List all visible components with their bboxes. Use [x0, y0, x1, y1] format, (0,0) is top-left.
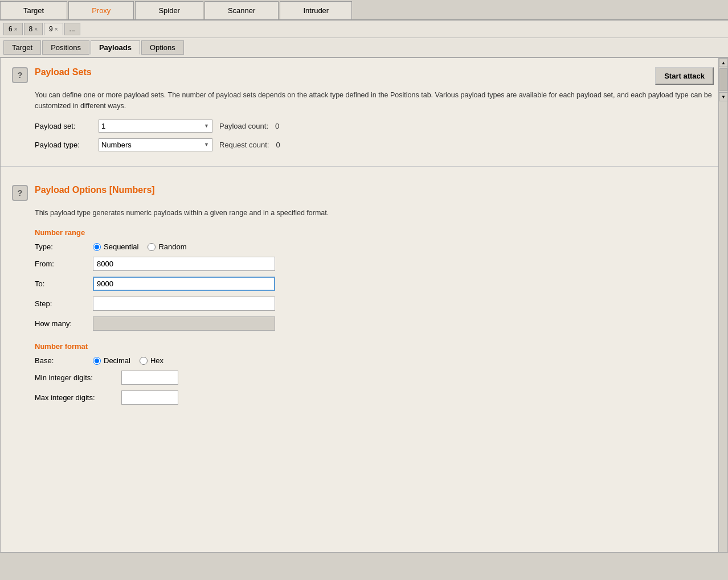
payload-count-value: 0: [275, 122, 279, 130]
min-integer-digits-row: Min integer digits:: [35, 371, 716, 385]
min-integer-digits-label: Min integer digits:: [35, 373, 114, 382]
how-many-label: How many:: [35, 319, 86, 328]
payload-options-section: ? Payload Options [Numbers] This payload…: [1, 176, 727, 420]
subtab-9-close[interactable]: ×: [55, 26, 58, 32]
tab-intruder[interactable]: Intruder: [280, 1, 352, 19]
payload-sets-section: Start attack ? Payload Sets You can defi…: [1, 58, 727, 166]
tab-scanner[interactable]: Scanner: [205, 1, 279, 19]
payload-sets-title: Payload Sets: [35, 67, 92, 77]
number-format-block: Number format Base: Decimal Hex Min: [35, 342, 716, 405]
payload-options-title: Payload Options [Numbers]: [35, 185, 155, 195]
payload-type-select-wrapper: Numbers Simple list Runtime file Custom …: [99, 138, 212, 151]
payload-set-row: Payload set: 1 2 Payload count: 0: [35, 120, 716, 133]
payload-set-label: Payload set:: [35, 122, 92, 130]
payload-options-header: ? Payload Options [Numbers]: [12, 185, 716, 201]
max-integer-digits-input[interactable]: [121, 390, 178, 405]
payload-set-select[interactable]: 1 2: [99, 120, 212, 133]
subtab-8-label: 8: [29, 25, 33, 33]
from-input[interactable]: [93, 257, 275, 271]
tab-proxy[interactable]: Proxy: [68, 1, 134, 19]
request-count-label: Request count:: [219, 141, 269, 149]
type-row: Type: Sequential Random: [35, 242, 716, 251]
main-content: ▲ ▼ Start attack ? Payload Sets You can …: [0, 57, 728, 553]
how-many-row: How many:: [35, 316, 716, 331]
hex-label: Hex: [150, 356, 163, 365]
inner-tab-positions[interactable]: Positions: [42, 40, 89, 55]
payload-type-row: Payload type: Numbers Simple list Runtim…: [35, 138, 716, 151]
min-integer-digits-input[interactable]: [121, 371, 178, 385]
payload-set-select-wrapper: 1 2: [99, 120, 212, 133]
decimal-radio-label[interactable]: Decimal: [93, 356, 130, 365]
number-range-block: Number range Type: Sequential Random: [35, 228, 716, 331]
subtab-8-close[interactable]: ×: [34, 26, 38, 32]
inner-tabs-bar: Target Positions Payloads Options: [0, 38, 728, 57]
random-radio[interactable]: [148, 243, 156, 251]
tab-target[interactable]: Target: [0, 1, 67, 19]
max-integer-digits-label: Max integer digits:: [35, 393, 114, 402]
sequential-radio[interactable]: [93, 243, 101, 251]
request-count-value: 0: [276, 141, 280, 149]
payload-options-help-button[interactable]: ?: [12, 185, 28, 201]
inner-tab-payloads[interactable]: Payloads: [91, 40, 140, 55]
subtab-9[interactable]: 9 ×: [44, 23, 63, 35]
base-radio-group: Decimal Hex: [93, 356, 163, 365]
to-row: To:: [35, 277, 716, 291]
decimal-label: Decimal: [104, 356, 130, 365]
random-radio-label[interactable]: Random: [148, 242, 186, 251]
inner-tab-target[interactable]: Target: [3, 40, 41, 55]
subtab-6[interactable]: 6 ×: [3, 23, 23, 35]
base-label: Base:: [35, 356, 86, 365]
to-input[interactable]: [93, 277, 275, 291]
number-range-title: Number range: [35, 228, 716, 237]
payload-type-select[interactable]: Numbers Simple list Runtime file Custom …: [99, 138, 212, 151]
top-tabs-bar: Target Proxy Spider Scanner Intruder: [0, 0, 728, 20]
payload-count-label: Payload count:: [219, 122, 268, 130]
type-label: Type:: [35, 242, 86, 251]
payload-options-description: This payload type generates numeric payl…: [35, 208, 716, 219]
how-many-input[interactable]: [93, 316, 275, 331]
inner-tab-options[interactable]: Options: [141, 40, 184, 55]
payload-sets-description: You can define one or more payload sets.…: [35, 90, 716, 112]
type-radio-group: Sequential Random: [93, 242, 187, 251]
step-input[interactable]: [93, 297, 275, 311]
start-attack-button[interactable]: Start attack: [655, 67, 714, 85]
max-integer-digits-row: Max integer digits:: [35, 390, 716, 405]
number-format-title: Number format: [35, 342, 716, 351]
decimal-radio[interactable]: [93, 357, 101, 365]
from-row: From:: [35, 257, 716, 271]
from-label: From:: [35, 260, 86, 268]
step-label: Step:: [35, 299, 86, 308]
subtab-8[interactable]: 8 ×: [24, 23, 43, 35]
payload-type-label: Payload type:: [35, 141, 92, 149]
to-label: To:: [35, 279, 86, 288]
subtab-6-close[interactable]: ×: [14, 26, 18, 32]
hex-radio[interactable]: [140, 357, 148, 365]
step-row: Step:: [35, 297, 716, 311]
random-label: Random: [158, 242, 186, 251]
hex-radio-label[interactable]: Hex: [140, 356, 163, 365]
base-row: Base: Decimal Hex: [35, 356, 716, 365]
payload-sets-header: ? Payload Sets: [12, 67, 716, 83]
subtab-6-label: 6: [9, 25, 13, 33]
sequential-radio-label[interactable]: Sequential: [93, 242, 138, 251]
subtabs-row: 6 × 8 × 9 × ...: [0, 20, 728, 38]
section-divider: [1, 166, 727, 167]
payload-sets-help-button[interactable]: ?: [12, 67, 28, 83]
sequential-label: Sequential: [104, 242, 138, 251]
tab-spider[interactable]: Spider: [135, 1, 203, 19]
subtab-more[interactable]: ...: [64, 23, 80, 35]
subtab-9-label: 9: [49, 25, 53, 33]
